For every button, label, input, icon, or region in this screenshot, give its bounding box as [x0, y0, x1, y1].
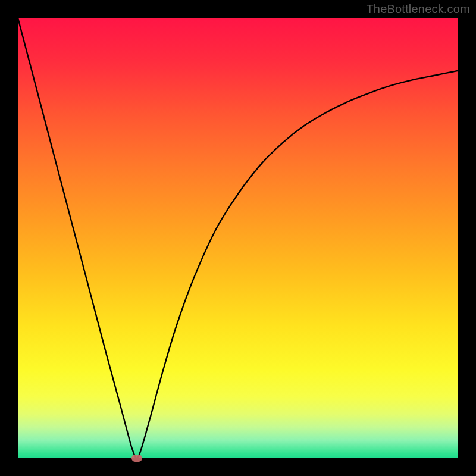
curve-path [18, 18, 458, 458]
watermark-text: TheBottleneck.com [366, 2, 470, 16]
chart-stage: TheBottleneck.com [0, 0, 476, 476]
min-marker [131, 455, 142, 462]
curve-svg [18, 18, 458, 458]
plot-area [18, 18, 458, 458]
